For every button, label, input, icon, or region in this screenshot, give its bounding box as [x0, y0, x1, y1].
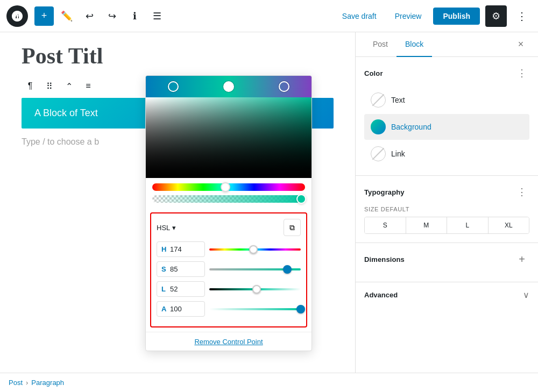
l-slider-track[interactable] — [209, 288, 301, 290]
text-color-label: Text — [391, 96, 405, 104]
top-toolbar: W + ✏️ ↩ ↪ ℹ ☰ Save draft Preview Publis… — [0, 0, 538, 32]
color-option-background[interactable]: Background — [364, 114, 529, 140]
h-row: H 174 — [157, 241, 301, 257]
l-input[interactable]: L 52 — [157, 281, 205, 297]
size-presets: S M L XL — [364, 217, 529, 234]
typography-section-header: Typography ⋮ — [364, 184, 529, 199]
edit-icon[interactable]: ✏️ — [57, 6, 76, 26]
copy-color-button[interactable]: ⧉ — [284, 219, 301, 236]
typography-section-title: Typography — [364, 188, 405, 196]
color-section-header: Color ⋮ — [364, 66, 529, 81]
sidebar-tabs: Post Block × — [356, 32, 538, 57]
move-up-icon[interactable]: ⌃ — [60, 77, 77, 95]
a-label: A — [161, 305, 170, 313]
a-input[interactable]: A 100 — [157, 301, 205, 317]
hsl-mode-label: HSL — [157, 224, 170, 232]
status-bar: Post › Paragraph — [0, 373, 538, 392]
text-color-icon — [371, 92, 386, 108]
size-m-button[interactable]: M — [406, 217, 448, 233]
color-options-list: Text Background Link — [364, 87, 529, 167]
advanced-title: Advanced — [364, 291, 398, 299]
s-slider-track[interactable] — [209, 268, 301, 270]
alpha-slider-container — [146, 193, 312, 208]
svg-text:W: W — [13, 13, 19, 19]
link-color-label: Link — [391, 149, 405, 158]
gradient-stop-1[interactable] — [168, 81, 179, 92]
settings-button[interactable]: ⚙ — [485, 5, 507, 27]
s-input[interactable]: S 85 — [157, 261, 205, 277]
size-l-button[interactable]: L — [447, 217, 489, 233]
align-icon[interactable]: ≡ — [80, 77, 97, 95]
background-color-label: Background — [391, 123, 431, 131]
breadcrumb-child[interactable]: Paragraph — [31, 379, 64, 387]
dimensions-header: Dimensions + — [364, 252, 529, 267]
tab-block[interactable]: Block — [397, 32, 432, 57]
remove-control-point-link[interactable]: Remove Control Point — [194, 338, 263, 346]
size-xl-button[interactable]: XL — [489, 217, 529, 233]
h-input[interactable]: H 174 — [157, 241, 205, 257]
undo-button[interactable]: ↩ — [80, 6, 99, 26]
color-option-text[interactable]: Text — [364, 87, 529, 113]
color-section-title: Color — [364, 69, 383, 77]
advanced-section[interactable]: Advanced ∨ — [356, 282, 538, 308]
hsl-mode-dropdown[interactable]: HSL ▾ — [157, 224, 176, 232]
h-label: H — [161, 245, 170, 253]
tab-post[interactable]: Post — [364, 32, 397, 57]
typography-menu-button[interactable]: ⋮ — [514, 184, 529, 199]
a-slider-thumb[interactable] — [296, 305, 305, 313]
s-label: S — [161, 265, 170, 273]
wp-logo-icon[interactable]: W — [6, 5, 28, 27]
save-draft-button[interactable]: Save draft — [336, 8, 383, 25]
editor-area[interactable]: Post Titl ¶ ⠿ ⌃ ≡ A Block of Text Type /… — [0, 32, 355, 373]
gradient-bar[interactable] — [146, 76, 312, 97]
info-button[interactable]: ℹ — [125, 6, 144, 26]
l-slider-thumb[interactable] — [252, 285, 261, 294]
typography-section: Typography ⋮ SIZE DEFAULT S M L XL — [356, 176, 538, 243]
s-slider-thumb[interactable] — [283, 265, 292, 274]
alpha-slider[interactable] — [152, 195, 305, 203]
redo-button[interactable]: ↪ — [102, 6, 122, 26]
chevron-down-icon: ∨ — [523, 290, 529, 300]
size-s-button[interactable]: S — [365, 217, 406, 233]
breadcrumb-separator: › — [26, 379, 28, 387]
s-row: S 85 — [157, 261, 301, 277]
a-slider-track[interactable] — [209, 308, 301, 310]
hsl-header: HSL ▾ ⧉ — [157, 219, 301, 236]
color-section: Color ⋮ Text Background Link — [356, 57, 538, 176]
dimensions-title: Dimensions — [364, 255, 405, 263]
list-view-button[interactable]: ☰ — [147, 6, 167, 26]
alpha-thumb[interactable] — [296, 194, 306, 204]
chevron-down-icon: ▾ — [172, 224, 176, 232]
color-saturation-area[interactable] — [146, 97, 312, 178]
right-sidebar: Post Block × Color ⋮ Text Background — [355, 32, 538, 373]
a-row: A 100 — [157, 301, 301, 317]
alpha-slider-inner — [152, 195, 305, 203]
post-title: Post Titl — [22, 43, 334, 69]
drag-handle-icon[interactable]: ⠿ — [41, 77, 58, 95]
hue-thumb[interactable] — [221, 182, 230, 192]
add-block-button[interactable]: + — [34, 6, 54, 26]
h-slider-thumb[interactable] — [249, 245, 258, 254]
toolbar-right: Save draft Preview Publish ⚙ ⋮ — [336, 5, 532, 27]
l-label: L — [161, 285, 170, 293]
color-section-menu-button[interactable]: ⋮ — [514, 66, 529, 81]
l-row: L 52 — [157, 281, 301, 297]
hsl-section: HSL ▾ ⧉ H 174 — [150, 212, 307, 327]
preview-button[interactable]: Preview — [388, 8, 428, 25]
publish-button[interactable]: Publish — [433, 8, 480, 25]
paragraph-icon[interactable]: ¶ — [22, 77, 39, 95]
hue-slider-container — [146, 178, 312, 193]
dimensions-add-button[interactable]: + — [514, 252, 529, 267]
breadcrumb-root[interactable]: Post — [9, 379, 23, 387]
remove-control-section: Remove Control Point — [146, 332, 312, 351]
more-options-button[interactable]: ⋮ — [512, 6, 532, 26]
size-label: SIZE DEFAULT — [364, 206, 529, 212]
hue-slider[interactable] — [152, 183, 305, 191]
color-option-link[interactable]: Link — [364, 141, 529, 167]
h-slider-track[interactable] — [209, 248, 301, 251]
close-sidebar-button[interactable]: × — [512, 36, 529, 53]
color-picker-popup: HSL ▾ ⧉ H 174 — [145, 75, 312, 351]
gradient-stop-2[interactable] — [223, 81, 234, 92]
gradient-stop-3[interactable] — [279, 81, 289, 92]
link-color-icon — [371, 146, 386, 161]
